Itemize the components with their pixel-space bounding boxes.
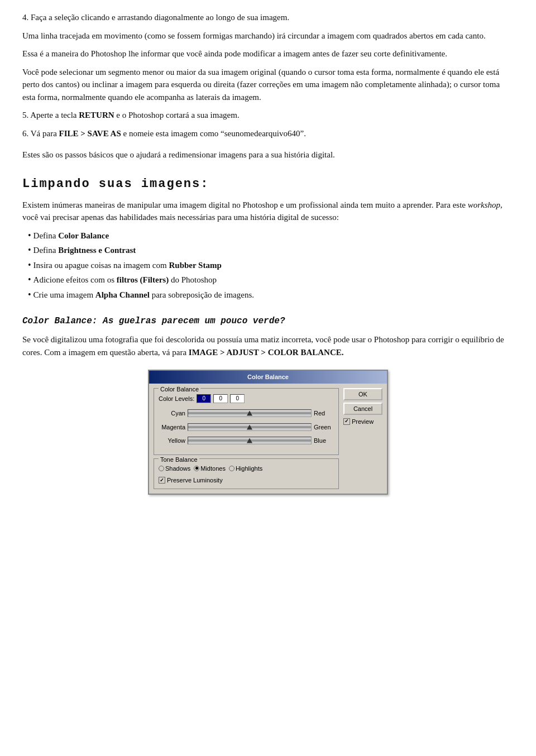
dialog-left-panel: Color Balance Color Levels: Cyan (154, 388, 339, 489)
slider-track-3[interactable] (188, 437, 312, 444)
cancel-button[interactable]: Cancel (343, 403, 382, 415)
bullet-item-5: • Crie uma imagem Alpha Channel para sob… (28, 289, 514, 302)
para-5-num: 5. (22, 111, 28, 119)
radio-midtones-circle (194, 466, 199, 471)
para-6-num: 6. (22, 129, 28, 138)
bullet-2-pre: Defina (34, 246, 59, 255)
radio-highlights[interactable]: Highlights (229, 464, 262, 473)
bullet-dot-5: • (28, 290, 31, 299)
slider-thumb-3 (247, 438, 252, 443)
bullet-2-text: Defina Brightness e Contrast (34, 244, 136, 257)
paragraph-7: Estes são os passos básicos que o ajudar… (22, 149, 514, 161)
para-5-pre: Aperte a tecla (30, 111, 79, 119)
color-balance-group: Color Balance Color Levels: Cyan (154, 388, 339, 455)
paragraph-5: 5. Aperte a tecla RETURN e o Photoshop c… (22, 109, 514, 122)
slider-bar-2 (188, 426, 311, 428)
slider-bar-1 (188, 412, 311, 414)
slider-row-magenta-green: Magenta Green (159, 423, 334, 432)
bullet-5-post: para sobreposição de imagens. (150, 290, 254, 299)
preview-label: Preview (352, 417, 374, 427)
preview-checkbox[interactable] (343, 418, 350, 425)
tone-group-title: Tone Balance (159, 455, 199, 465)
slider-right-red: Red (314, 409, 334, 418)
radio-shadows[interactable]: Shadows (159, 464, 190, 473)
radio-highlights-circle (229, 466, 234, 471)
bullet-item-1: • Defina Color Balance (28, 229, 514, 242)
paragraph-2: Uma linha tracejada em movimento (como s… (22, 30, 514, 42)
section-intro-block: Existem inúmeras maneiras de manipular u… (22, 199, 514, 224)
color-balance-para-block: Se você digitalizou uma fotografia que f… (22, 333, 514, 358)
bullet-dot-2: • (28, 246, 31, 255)
bullet-1-pre: Defina (34, 231, 59, 240)
level-input-2[interactable] (213, 394, 228, 403)
dialog-right-panel: OK Cancel Preview (343, 388, 382, 489)
bullet-item-2: • Defina Brightness e Contrast (28, 244, 514, 257)
slider-track-2[interactable] (188, 423, 312, 431)
slider-row-yellow-blue: Yellow Blue (159, 436, 334, 446)
section-intro-text: Existem inúmeras maneiras de manipular u… (22, 199, 514, 224)
preserve-luminosity-label: Preserve Luminosity (167, 476, 223, 485)
bullet-4-post: do Photoshop (169, 275, 217, 284)
dialog-titlebar: Color Balance (149, 371, 387, 384)
section-intro-pre: Existem inúmeras maneiras de manipular u… (22, 200, 468, 209)
preview-row[interactable]: Preview (343, 417, 382, 427)
bullet-4-bold: filtros (Filters) (117, 275, 169, 284)
bullet-dot-4: • (28, 275, 31, 284)
slider-row-cyan-red: Cyan Red (159, 409, 334, 418)
paragraph-3: Essa é a maneira do Photoshop lhe inform… (22, 47, 514, 60)
section-heading: Limpando suas imagens: (22, 175, 514, 193)
bullet-item-4: • Adicione efeitos com os filtros (Filte… (28, 274, 514, 286)
para-4-text: Você pode selecionar um segmento menor o… (22, 66, 514, 104)
para-3-text: Essa é a maneira do Photoshop lhe inform… (22, 47, 514, 60)
bullet-item-3: • Insira ou apague coisas na imagem com … (28, 259, 514, 272)
slider-track-1[interactable] (188, 409, 312, 417)
paragraph-4: Você pode selecionar um segmento menor o… (22, 66, 514, 104)
preserve-luminosity-checkbox[interactable] (159, 477, 165, 484)
para-1-text: 4. Faça a seleção clicando e arrastando … (22, 11, 514, 24)
para-6-post: e nomeie esta imagem como “seunomedearqu… (121, 129, 306, 138)
bullet-4-pre: Adicione efeitos com os (34, 275, 117, 284)
para-6-pre: Vá para (31, 129, 59, 138)
para-5-post: e o Photoshop cortará a sua imagem. (114, 111, 240, 119)
dialog-title: Color Balance (247, 374, 289, 380)
bullet-3-bold: Rubber Stamp (169, 261, 221, 270)
radio-shadows-label: Shadows (165, 464, 190, 473)
bullet-dot-3: • (28, 261, 31, 270)
color-levels-row: Color Levels: (159, 394, 334, 404)
level-input-1[interactable] (197, 394, 211, 403)
radio-midtones[interactable]: Midtones (194, 464, 226, 473)
slider-thumb-1 (247, 411, 252, 416)
preserve-luminosity-row[interactable]: Preserve Luminosity (159, 476, 334, 485)
para-7-text: Estes são os passos básicos que o ajudar… (22, 149, 514, 161)
radio-midtones-label: Midtones (200, 464, 226, 473)
color-levels-label: Color Levels: (159, 394, 194, 404)
slider-right-blue: Blue (314, 436, 334, 446)
color-balance-dialog: Color Balance Color Balance Color Levels… (148, 370, 388, 495)
bullet-dot-1: • (28, 231, 31, 240)
bullet-4-text: Adicione efeitos com os filtros (Filters… (34, 274, 217, 286)
cb-para-bold: IMAGE > ADJUST > COLOR BALANCE. (189, 348, 344, 357)
slider-left-yellow: Yellow (159, 436, 185, 446)
bullet-1-bold: Color Balance (58, 231, 109, 240)
radio-highlights-label: Highlights (236, 464, 262, 473)
level-input-3[interactable] (230, 394, 245, 403)
para-6-text: 6. Vá para FILE > SAVE AS e nomeie esta … (22, 127, 514, 140)
bullet-5-pre: Crie uma imagem (34, 290, 95, 299)
para-6-bold: FILE > SAVE AS (59, 129, 121, 138)
para-5-text: 5. Aperte a tecla RETURN e o Photoshop c… (22, 109, 514, 122)
tone-radios: Shadows Midtones Highlights (159, 464, 334, 473)
group-box-title: Color Balance (159, 385, 200, 394)
slider-left-cyan: Cyan (159, 409, 185, 418)
section-heading-block: Limpando suas imagens: (22, 175, 514, 193)
slider-right-green: Green (314, 423, 334, 432)
bullet-2-bold: Brightness e Contrast (58, 246, 136, 255)
ok-button[interactable]: OK (343, 388, 382, 400)
dialog-container: Color Balance Color Balance Color Levels… (22, 370, 514, 495)
slider-bar-3 (188, 439, 311, 442)
color-balance-para: Se você digitalizou uma fotografia que f… (22, 333, 514, 358)
para-2-text: Uma linha tracejada em movimento (como s… (22, 30, 514, 42)
color-balance-heading: Color Balance: As guelras parecem um pou… (22, 314, 514, 328)
paragraph-6: 6. Vá para FILE > SAVE AS e nomeie esta … (22, 127, 514, 140)
bullet-list: • Defina Color Balance • Defina Brightne… (28, 229, 514, 302)
bullet-3-text: Insira ou apague coisas na imagem com Ru… (34, 259, 222, 272)
